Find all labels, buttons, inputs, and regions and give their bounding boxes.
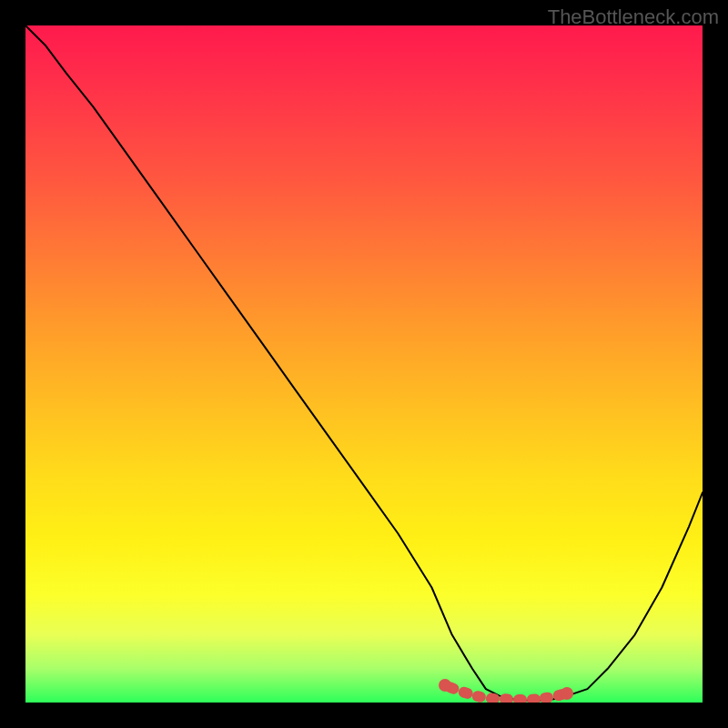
highlight-segment	[526, 693, 540, 703]
highlight-segment	[485, 693, 500, 703]
highlight-dot	[561, 687, 573, 700]
highlight-segment	[513, 694, 527, 703]
watermark-text: TheBottleneck.com	[548, 5, 719, 29]
curve-line	[25, 25, 703, 701]
chart-container	[25, 25, 703, 703]
chart-curve-svg	[25, 25, 703, 703]
highlight-segment	[499, 693, 512, 703]
